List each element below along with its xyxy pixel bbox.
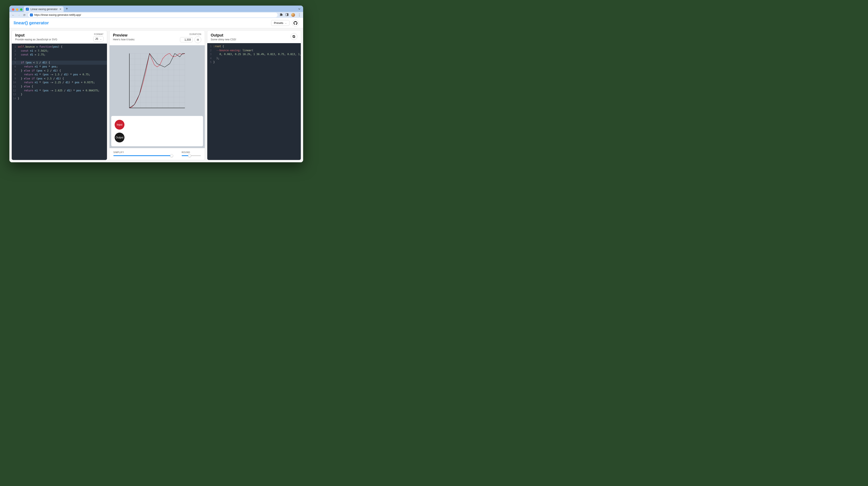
browser-actions: ⋮ <box>280 13 301 17</box>
format-select[interactable]: JS ⌄ <box>93 36 103 41</box>
preview-controls: SIMPLIFY ROUND <box>109 148 205 160</box>
extensions-icon[interactable] <box>280 13 283 17</box>
close-window-button[interactable] <box>12 8 14 11</box>
maximize-window-button[interactable] <box>20 8 23 11</box>
ball-input-label: Input <box>117 123 123 126</box>
output-code-editor[interactable]: 1:root {2 --bounce-easing: linear(3 0, 0… <box>207 43 301 160</box>
github-icon <box>293 21 298 25</box>
input-subtitle: Provide easing as JavaScript or SVG <box>15 38 57 41</box>
pause-icon <box>196 38 199 41</box>
simplify-slider[interactable] <box>113 155 173 156</box>
preview-panel: Preview Here's how it looks: DURATION <box>109 30 205 148</box>
output-title: Output <box>211 33 236 38</box>
code-line[interactable]: 1:root { <box>207 44 301 49</box>
browser-menu-button[interactable]: ⋮ <box>298 13 301 17</box>
copy-button[interactable] <box>290 33 298 40</box>
browser-toolbar: ← → ⟳ ⁄ https://linear-easing-generator.… <box>9 12 303 18</box>
input-title: Input <box>15 33 57 38</box>
window-controls <box>11 8 24 12</box>
favicon-icon: ⁄ <box>26 8 29 11</box>
format-label: FORMAT <box>94 33 103 35</box>
app-header: linear() generator Presets ⌄ <box>9 18 303 28</box>
play-pause-button[interactable] <box>194 36 201 43</box>
copy-icon <box>292 35 296 38</box>
code-line[interactable]: 8 return n1 * (pos -= 1.5 / d1) * pos + … <box>12 72 107 77</box>
code-line[interactable]: 2 --bounce-easing: linear( <box>207 49 301 53</box>
close-tab-button[interactable]: ✕ <box>59 8 61 11</box>
ball-output-label: Output <box>116 136 123 139</box>
input-panel: Input Provide easing as JavaScript or SV… <box>11 30 107 160</box>
forward-button[interactable]: → <box>17 13 21 17</box>
reload-button[interactable]: ⟳ <box>23 13 26 17</box>
code-line[interactable]: 4 <box>12 57 107 61</box>
format-value: JS <box>95 37 98 40</box>
code-line[interactable]: 2 const n1 = 7.5625; <box>12 49 107 53</box>
simplify-label: SIMPLIFY <box>113 151 173 154</box>
round-slider[interactable] <box>182 155 201 156</box>
address-bar[interactable]: ⁄ https://linear-easing-generator.netlif… <box>28 12 278 17</box>
output-subtitle: Some shiny new CSS! <box>211 38 236 41</box>
preview-subtitle: Here's how it looks: <box>113 38 135 41</box>
tab-title: Linear easing generator <box>31 8 58 11</box>
profile-avatar[interactable] <box>291 13 295 17</box>
chevron-down-icon: ⌄ <box>100 38 102 40</box>
chevron-down-icon: ⌄ <box>285 22 287 24</box>
app-logo: linear() generator <box>14 21 49 25</box>
code-line[interactable]: 14} <box>12 96 107 100</box>
code-line[interactable]: 9 } else if (pos < 2.5 / d1) { <box>12 77 107 81</box>
tab-list-button[interactable] <box>298 7 303 12</box>
browser-tab[interactable]: ⁄ Linear easing generator ✕ <box>24 6 64 12</box>
minimize-window-button[interactable] <box>16 8 18 11</box>
round-label: ROUND <box>182 151 201 154</box>
duration-input[interactable] <box>180 37 193 42</box>
animation-demo: Input Output <box>111 116 203 146</box>
code-line[interactable]: 6 return n1 * pos * pos; <box>12 65 107 69</box>
demo-ball-input: Input <box>115 120 124 130</box>
output-panel: Output Some shiny new CSS! 1:root {2 --b… <box>207 30 301 160</box>
browser-tabbar: ⁄ Linear easing generator ✕ + <box>9 5 303 12</box>
svg-rect-1 <box>287 13 288 16</box>
code-line[interactable]: 10 return n1 * (pos -= 2.25 / d1) * pos … <box>12 81 107 85</box>
code-line[interactable]: 3 const d1 = 2.75; <box>12 53 107 57</box>
url-text: https://linear-easing-generator.netlify.… <box>34 13 81 17</box>
code-line[interactable]: 4 ); <box>207 56 301 60</box>
code-line[interactable]: 5} <box>207 60 301 64</box>
duration-label: DURATION <box>190 33 201 35</box>
code-line[interactable]: 5 if (pos < 1 / d1) { <box>12 61 107 65</box>
browser-window: ⁄ Linear easing generator ✕ + ← → ⟳ ⁄ ht… <box>9 5 303 162</box>
back-button[interactable]: ← <box>11 13 15 17</box>
presets-label: Presets <box>274 21 283 25</box>
input-code-editor[interactable]: 1self.bounce = function(pos) {2 const n1… <box>12 43 107 160</box>
code-line[interactable]: 1self.bounce = function(pos) { <box>12 45 107 49</box>
presets-dropdown[interactable]: Presets ⌄ <box>271 20 289 26</box>
github-link[interactable] <box>292 20 299 27</box>
easing-graph <box>111 47 203 113</box>
new-tab-button[interactable]: + <box>64 7 70 12</box>
preview-body: Input Output <box>110 45 205 148</box>
main-content: Input Provide easing as JavaScript or SV… <box>9 28 303 162</box>
code-line[interactable]: 7 } else if (pos < 2 / d1) { <box>12 69 107 73</box>
code-line[interactable]: 3 0, 0.063, 0.25 18.2%, 1 36.4%, 0.813, … <box>207 52 301 56</box>
demo-ball-output: Output <box>115 132 124 143</box>
code-line[interactable]: 12 return n1 * (pos -= 2.625 / d1) * pos… <box>12 89 107 93</box>
side-panel-icon[interactable] <box>285 13 289 17</box>
code-line[interactable]: 13 } <box>12 92 107 96</box>
site-info-icon[interactable]: ⁄ <box>30 13 33 17</box>
code-line[interactable]: 11 } else { <box>12 85 107 89</box>
preview-title: Preview <box>113 33 135 38</box>
